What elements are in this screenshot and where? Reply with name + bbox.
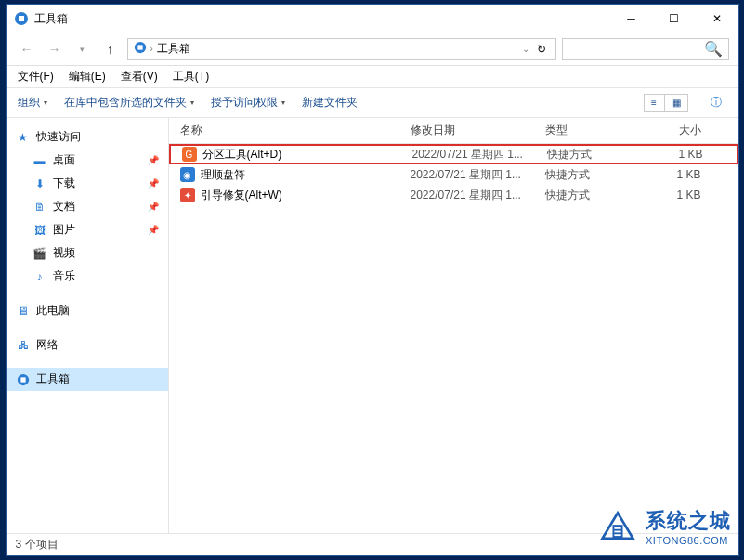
view-tiles-icon[interactable]: ▦: [667, 95, 687, 111]
window-icon: [14, 11, 29, 26]
svg-rect-9: [614, 534, 620, 536]
file-row[interactable]: G分区工具(Alt+D) 2022/07/21 星期四 1... 快捷方式 1 …: [169, 144, 738, 164]
column-name[interactable]: 名称: [169, 123, 411, 138]
menu-edit[interactable]: 编辑(E): [69, 69, 106, 85]
file-icon: ✦: [180, 188, 195, 202]
pin-icon: 📌: [148, 178, 159, 189]
file-icon: ◉: [180, 167, 195, 182]
pin-icon: 📌: [148, 225, 159, 235]
menu-view[interactable]: 查看(V): [121, 69, 158, 85]
search-icon: 🔍: [704, 40, 723, 58]
network-icon: 🖧: [16, 338, 31, 353]
help-button[interactable]: ⓘ: [705, 95, 727, 111]
grant-access-button[interactable]: 授予访问权限▾: [211, 95, 285, 111]
window-title: 工具箱: [34, 11, 610, 27]
chevron-right-icon: ›: [150, 44, 153, 54]
pin-icon: 📌: [148, 202, 159, 212]
refresh-button[interactable]: ↻: [537, 43, 546, 56]
sidebar-item-toolbox[interactable]: 工具箱: [7, 368, 168, 391]
sidebar-item-pictures[interactable]: 🖼图片📌: [7, 218, 168, 241]
item-count: 3 个项目: [16, 537, 59, 553]
menu-tools[interactable]: 工具(T): [173, 69, 209, 85]
toolbar: 组织▾ 在库中包含所选的文件夹▾ 授予访问权限▾ 新建文件夹 ≡ ▦ ⓘ: [7, 88, 738, 118]
svg-rect-1: [19, 16, 24, 21]
download-icon: ⬇: [33, 176, 47, 191]
column-date[interactable]: 修改日期: [411, 123, 545, 138]
up-button[interactable]: ↑: [99, 38, 122, 60]
sidebar-item-thispc[interactable]: 🖥此电脑: [7, 299, 168, 322]
sidebar-item-documents[interactable]: 🗎文档📌: [7, 195, 168, 218]
column-type[interactable]: 类型: [545, 123, 647, 138]
explorer-window: 工具箱 ─ ☐ ✕ ← → ▾ ↑ › 工具箱 ⌄ ↻ 🔍 文件(F) 编辑(E…: [6, 4, 739, 556]
star-icon: ★: [16, 130, 31, 145]
recent-dropdown[interactable]: ▾: [72, 38, 94, 60]
maximize-button[interactable]: ☐: [653, 5, 696, 33]
chevron-down-icon[interactable]: ⌄: [522, 44, 529, 54]
menu-bar: 文件(F) 编辑(E) 查看(V) 工具(T): [7, 66, 738, 88]
watermark-logo-icon: [597, 506, 638, 547]
titlebar: 工具箱 ─ ☐ ✕: [7, 5, 738, 33]
breadcrumb[interactable]: › 工具箱 ⌄ ↻: [127, 38, 556, 60]
file-row[interactable]: ◉理顺盘符 2022/07/21 星期四 1... 快捷方式 1 KB: [169, 164, 738, 185]
svg-rect-8: [614, 531, 620, 533]
sidebar-item-network[interactable]: 🖧网络: [7, 333, 168, 357]
file-list: G分区工具(Alt+D) 2022/07/21 星期四 1... 快捷方式 1 …: [169, 144, 738, 533]
body: ★ 快速访问 ▬桌面📌 ⬇下载📌 🗎文档📌 🖼图片📌 🎬视频 ♪音乐 🖥此电脑 …: [7, 118, 738, 533]
sidebar-item-desktop[interactable]: ▬桌面📌: [7, 149, 168, 172]
nav-sidebar: ★ 快速访问 ▬桌面📌 ⬇下载📌 🗎文档📌 🖼图片📌 🎬视频 ♪音乐 🖥此电脑 …: [7, 118, 169, 533]
new-folder-button[interactable]: 新建文件夹: [302, 95, 358, 111]
file-row[interactable]: ✦引导修复(Alt+W) 2022/07/21 星期四 1... 快捷方式 1 …: [169, 185, 738, 205]
breadcrumb-item[interactable]: 工具箱: [157, 41, 190, 57]
watermark-url: XITONG86.COM: [646, 535, 731, 546]
view-mode-switch[interactable]: ≡ ▦: [644, 94, 688, 112]
file-pane: 名称 修改日期 类型 大小 G分区工具(Alt+D) 2022/07/21 星期…: [169, 118, 738, 533]
computer-icon: 🖥: [16, 304, 31, 319]
organize-button[interactable]: 组织▾: [18, 95, 47, 111]
svg-rect-5: [20, 377, 25, 382]
watermark: 系统之城 XITONG86.COM: [597, 506, 731, 547]
sidebar-item-downloads[interactable]: ⬇下载📌: [7, 172, 168, 195]
breadcrumb-root-icon: [134, 41, 147, 57]
desktop-icon: ▬: [33, 153, 47, 168]
column-headers: 名称 修改日期 类型 大小: [169, 118, 738, 144]
menu-file[interactable]: 文件(F): [18, 69, 54, 85]
svg-rect-3: [137, 45, 142, 49]
video-icon: 🎬: [33, 246, 47, 261]
address-bar: ← → ▾ ↑ › 工具箱 ⌄ ↻ 🔍: [7, 33, 738, 66]
music-icon: ♪: [33, 269, 47, 284]
close-button[interactable]: ✕: [696, 5, 738, 33]
window-controls: ─ ☐ ✕: [610, 5, 738, 33]
search-input[interactable]: 🔍: [562, 38, 729, 60]
forward-button[interactable]: →: [44, 38, 66, 60]
document-icon: 🗎: [33, 200, 47, 215]
sidebar-item-videos[interactable]: 🎬视频: [7, 241, 168, 265]
sidebar-item-music[interactable]: ♪音乐: [7, 265, 168, 288]
back-button[interactable]: ←: [16, 38, 38, 60]
pictures-icon: 🖼: [33, 223, 47, 238]
quick-access-header[interactable]: ★ 快速访问: [7, 125, 168, 149]
minimize-button[interactable]: ─: [610, 5, 653, 33]
watermark-title: 系统之城: [646, 507, 731, 535]
toolbox-icon: [16, 372, 31, 387]
file-icon: G: [182, 147, 197, 162]
pin-icon: 📌: [148, 155, 159, 165]
column-size[interactable]: 大小: [647, 123, 712, 138]
view-details-icon[interactable]: ≡: [645, 95, 665, 111]
svg-rect-7: [614, 527, 620, 529]
include-library-button[interactable]: 在库中包含所选的文件夹▾: [64, 95, 194, 111]
